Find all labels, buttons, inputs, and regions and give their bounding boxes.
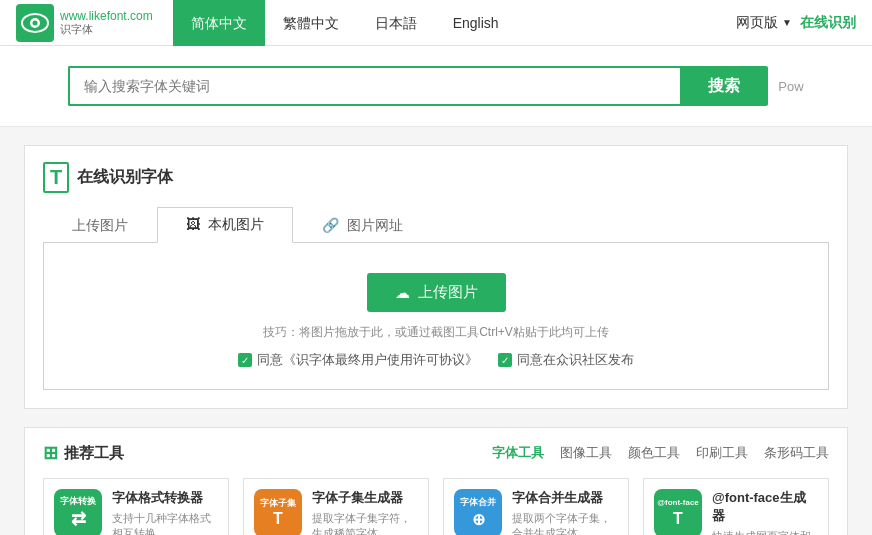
tab-traditional-chinese[interactable]: 繁體中文	[265, 0, 357, 46]
tool-arrow-icon: ⇄	[71, 508, 86, 530]
tool-icon-text-converter: 字体转换	[60, 496, 96, 507]
tab-english[interactable]: English	[435, 0, 517, 46]
search-input[interactable]	[68, 66, 680, 106]
checkbox-community-icon: ✓	[498, 353, 512, 367]
checkbox-community[interactable]: ✓ 同意在众识社区发布	[498, 351, 634, 369]
tab-japanese[interactable]: 日本語	[357, 0, 435, 46]
ocr-title-text: 在线识别字体	[77, 167, 173, 188]
tab-upload-image[interactable]: 上传图片	[43, 207, 157, 243]
tools-title-text: 推荐工具	[64, 444, 124, 463]
tool-name-subset: 字体子集生成器	[312, 489, 418, 507]
tool-subset-glyph: T	[273, 510, 283, 528]
tool-icon-text-merge: 字体合并	[460, 497, 496, 508]
logo-site: www.likefont.com	[60, 9, 153, 23]
tools-section: ⊞ 推荐工具 字体工具 图像工具 颜色工具 印刷工具 条形码工具 字体转换 ⇄ …	[24, 427, 848, 535]
nav-tabs: 简体中文 繁體中文 日本語 English	[173, 0, 517, 45]
ocr-title: T 在线识别字体	[43, 162, 829, 193]
tool-card-merge[interactable]: 字体合并 ⊕ 字体合并生成器 提取两个字体子集，合并生成字体	[443, 478, 629, 535]
ocr-title-icon: T	[43, 162, 69, 193]
tool-name-merge: 字体合并生成器	[512, 489, 618, 507]
logo-icon	[16, 4, 54, 42]
local-image-icon: 🖼	[186, 216, 200, 232]
upload-tabs: 上传图片 🖼 本机图片 🔗 图片网址	[43, 207, 829, 243]
tool-desc-converter: 支持十几种字体格式相互转换	[112, 511, 218, 535]
upload-button[interactable]: ☁ 上传图片	[367, 273, 506, 312]
upload-hint: 技巧：将图片拖放于此，或通过截图工具Ctrl+V粘贴于此均可上传	[263, 324, 609, 341]
recognize-button[interactable]: 在线识别	[800, 14, 856, 32]
tool-fontface-glyph: T	[673, 510, 683, 528]
tools-header: ⊞ 推荐工具 字体工具 图像工具 颜色工具 印刷工具 条形码工具	[43, 442, 829, 464]
tool-info-merge: 字体合并生成器 提取两个字体子集，合并生成字体	[512, 489, 618, 535]
logo-text: www.likefont.com 识字体	[60, 9, 153, 37]
tool-card-subset[interactable]: 字体子集 T 字体子集生成器 提取字体子集字符，生成稀简字体	[243, 478, 429, 535]
tab-image-url-label: 图片网址	[347, 217, 403, 233]
tools-nav-print[interactable]: 印刷工具	[696, 444, 748, 462]
tools-title-icon: ⊞	[43, 442, 58, 464]
tab-local-image-label: 本机图片	[208, 216, 264, 232]
search-button[interactable]: 搜索	[680, 66, 768, 106]
header-right: 网页版 ▼ 在线识别	[736, 14, 856, 32]
tool-info-fontface: @font-face生成器 快速生成网页字体和CSS样式表	[712, 489, 818, 535]
header: www.likefont.com 识字体 简体中文 繁體中文 日本語 Engli…	[0, 0, 872, 46]
main-content: T 在线识别字体 上传图片 🖼 本机图片 🔗 图片网址 ☁ 上传图片 技巧：将图…	[0, 127, 872, 535]
tool-name-fontface: @font-face生成器	[712, 489, 818, 525]
svg-point-2	[33, 20, 38, 25]
ocr-section: T 在线识别字体 上传图片 🖼 本机图片 🔗 图片网址 ☁ 上传图片 技巧：将图…	[24, 145, 848, 409]
tool-desc-fontface: 快速生成网页字体和CSS样式表	[712, 529, 818, 535]
tool-info-converter: 字体格式转换器 支持十几种字体格式相互转换	[112, 489, 218, 535]
upload-checkboxes: ✓ 同意《识字体最终用户使用许可协议》 ✓ 同意在众识社区发布	[238, 351, 634, 369]
tool-card-converter[interactable]: 字体转换 ⇄ 字体格式转换器 支持十几种字体格式相互转换	[43, 478, 229, 535]
tools-title: ⊞ 推荐工具	[43, 442, 124, 464]
tool-info-subset: 字体子集生成器 提取字体子集字符，生成稀简字体	[312, 489, 418, 535]
tool-card-fontface[interactable]: @font-face T @font-face生成器 快速生成网页字体和CSS样…	[643, 478, 829, 535]
webver-label: 网页版	[736, 14, 778, 32]
dropdown-arrow-icon: ▼	[782, 17, 792, 28]
tools-grid: 字体转换 ⇄ 字体格式转换器 支持十几种字体格式相互转换 字体子集 T 字体子集…	[43, 478, 829, 535]
logo-area: www.likefont.com 识字体	[16, 4, 153, 42]
tab-simplified-chinese[interactable]: 简体中文	[173, 0, 265, 46]
search-suffix: Pow	[768, 79, 803, 94]
tools-nav-colors[interactable]: 颜色工具	[628, 444, 680, 462]
tool-icon-merge: 字体合并 ⊕	[454, 489, 502, 535]
upload-button-label: 上传图片	[418, 283, 478, 302]
checkbox-agreement-icon: ✓	[238, 353, 252, 367]
tools-nav-images[interactable]: 图像工具	[560, 444, 612, 462]
tools-nav: 字体工具 图像工具 颜色工具 印刷工具 条形码工具	[492, 444, 829, 462]
tool-icon-converter: 字体转换 ⇄	[54, 489, 102, 535]
image-url-icon: 🔗	[322, 217, 339, 233]
tool-desc-subset: 提取字体子集字符，生成稀简字体	[312, 511, 418, 535]
tool-desc-merge: 提取两个字体子集，合并生成字体	[512, 511, 618, 535]
tool-name-converter: 字体格式转换器	[112, 489, 218, 507]
checkbox-agreement[interactable]: ✓ 同意《识字体最终用户使用许可协议》	[238, 351, 478, 369]
checkbox-agreement-label: 同意《识字体最终用户使用许可协议》	[257, 351, 478, 369]
tab-image-url[interactable]: 🔗 图片网址	[293, 207, 432, 243]
tab-local-image[interactable]: 🖼 本机图片	[157, 207, 293, 243]
tool-merge-glyph: ⊕	[472, 510, 485, 529]
tool-icon-text-fontface: @font-face	[657, 498, 699, 508]
tool-icon-text-subset: 字体子集	[260, 498, 296, 509]
tool-icon-fontface: @font-face T	[654, 489, 702, 535]
webver-button[interactable]: 网页版 ▼	[736, 14, 792, 32]
tools-nav-fonts[interactable]: 字体工具	[492, 444, 544, 462]
logo-name: 识字体	[60, 23, 153, 36]
upload-area: ☁ 上传图片 技巧：将图片拖放于此，或通过截图工具Ctrl+V粘贴于此均可上传 …	[43, 243, 829, 390]
upload-cloud-icon: ☁	[395, 284, 410, 302]
search-bar: 搜索	[68, 66, 768, 106]
tool-icon-subset: 字体子集 T	[254, 489, 302, 535]
tools-nav-barcode[interactable]: 条形码工具	[764, 444, 829, 462]
checkbox-community-label: 同意在众识社区发布	[517, 351, 634, 369]
search-section: 搜索 Pow	[0, 46, 872, 127]
